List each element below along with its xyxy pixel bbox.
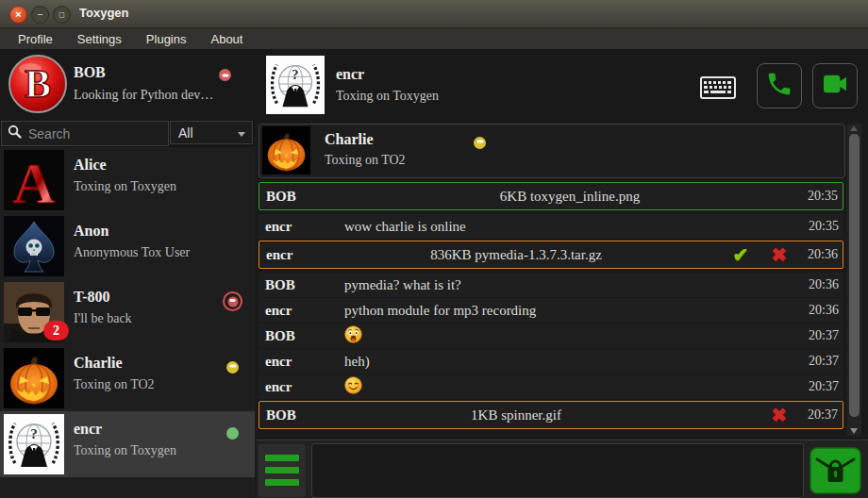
messages-scrollbar[interactable] xyxy=(847,124,861,436)
contact-name: Charlie xyxy=(74,355,123,372)
contact-row-anon[interactable]: Anon Anonymous Tox User xyxy=(0,213,255,279)
chat-menu-button[interactable] xyxy=(259,444,306,497)
peer-name: encr xyxy=(336,66,364,83)
video-call-button[interactable] xyxy=(812,63,858,108)
away-status-icon xyxy=(226,361,239,374)
decline-file-button[interactable]: ✖ xyxy=(771,245,787,264)
chat-friend-avatar xyxy=(262,126,310,174)
contact-status-message: Toxing on Toxygen xyxy=(74,443,176,458)
svg-text:B: B xyxy=(25,62,51,106)
contact-filter-dropdown[interactable]: All xyxy=(170,121,253,144)
contact-row-charlie[interactable]: Charlie Toxing on TO2 xyxy=(0,345,255,411)
message-time: 20:35 xyxy=(795,219,843,234)
emoji-shocked-icon xyxy=(344,325,795,347)
window-title: Toxygen xyxy=(79,6,129,20)
alice-avatar: A xyxy=(4,150,64,210)
contact-row-alice[interactable]: A Alice Toxing on Toxygen xyxy=(0,147,255,213)
file-transfer-label: 1KB spinner.gif xyxy=(345,407,687,423)
video-camera-icon xyxy=(820,69,850,103)
message-time: 20:37 xyxy=(794,407,843,423)
maximize-button[interactable]: ◻ xyxy=(53,6,71,24)
emoji-smile-icon xyxy=(344,376,795,398)
contact-row-t800[interactable]: T-800 I'll be back 2 xyxy=(0,279,255,345)
message-row: encr 20:37 xyxy=(259,374,843,399)
svg-text:A: A xyxy=(13,151,56,210)
filter-value: All xyxy=(178,125,193,141)
message-time: 20:35 xyxy=(794,189,843,204)
charlie-avatar xyxy=(4,348,64,408)
minimize-button[interactable]: − xyxy=(31,6,49,24)
chat-friend-status-message: Toxing on TO2 xyxy=(325,153,406,168)
scrollbar-thumb[interactable] xyxy=(849,134,860,417)
message-text: pymedia? what is it? xyxy=(344,277,795,293)
self-name[interactable]: BOB xyxy=(74,64,106,81)
scroll-down-arrow-icon[interactable] xyxy=(850,428,858,434)
anon-avatar xyxy=(4,216,64,276)
contact-list: A Alice Toxing on Toxygen xyxy=(0,147,255,498)
search-icon xyxy=(8,124,22,142)
chevron-down-icon xyxy=(238,132,245,137)
screen-keyboard-icon[interactable] xyxy=(700,76,736,103)
message-file-transfer: BOB 1KB spinner.gif ✖ 20:37 xyxy=(259,401,843,429)
message-sender: BOB xyxy=(259,277,344,293)
message-text: heh) xyxy=(344,354,795,370)
peer-avatar xyxy=(266,56,325,114)
contact-status-message: I'll be back xyxy=(74,311,132,326)
message-sender: encr xyxy=(259,354,344,370)
menu-about[interactable]: About xyxy=(198,28,255,49)
message-sender: BOB xyxy=(259,189,345,205)
file-transfer-label: 6KB toxygen_inline.png xyxy=(345,189,794,205)
search-box[interactable] xyxy=(1,121,169,146)
message-row: encr python module for mp3 recording 20:… xyxy=(259,298,843,323)
scroll-up-arrow-icon[interactable] xyxy=(850,125,858,131)
chat-input-bar xyxy=(257,440,868,498)
message-row: encr wow charlie is online 20:35 xyxy=(259,214,843,239)
encr-avatar xyxy=(4,414,64,474)
self-status-message[interactable]: Looking for Python dev… xyxy=(74,88,213,103)
self-busy-status-icon[interactable] xyxy=(219,69,231,81)
header-strip: B BOB Looking for Python dev… encr Toxin… xyxy=(0,49,868,120)
contacts-panel: All A Alice Toxing on Toxygen xyxy=(0,120,255,498)
message-row: encr heh) 20:37 xyxy=(259,349,843,374)
message-sender: BOB xyxy=(259,407,345,423)
contact-name: T-800 xyxy=(74,289,110,306)
title-bar: × − ◻ Toxygen xyxy=(0,0,868,28)
menu-plugins[interactable]: Plugins xyxy=(134,28,199,49)
menu-profile[interactable]: Profile xyxy=(6,28,65,49)
search-input[interactable] xyxy=(26,125,153,142)
message-time: 20:36 xyxy=(794,247,843,262)
contact-name: encr xyxy=(74,421,102,438)
message-row: BOB pymedia? what is it? 20:36 xyxy=(259,273,843,297)
message-sender: encr xyxy=(259,247,345,263)
busy-status-icon xyxy=(223,291,242,311)
message-time: 20:37 xyxy=(795,379,843,394)
close-button[interactable]: × xyxy=(9,6,27,24)
away-status-icon xyxy=(474,137,486,149)
message-sender: encr xyxy=(259,379,344,395)
contact-status-message: Toxing on TO2 xyxy=(74,377,155,392)
contact-row-encr[interactable]: encr Toxing on Toxygen xyxy=(0,411,255,477)
message-time: 20:37 xyxy=(795,354,843,369)
peer-status-message: Toxing on Toxygen xyxy=(336,89,439,104)
message-row: BOB 20:37 xyxy=(259,324,843,348)
contact-status-message: Anonymous Tox User xyxy=(74,245,190,260)
message-text: wow charlie is online xyxy=(344,219,795,235)
contact-name: Anon xyxy=(74,223,108,240)
message-text: python module for mp3 recording xyxy=(344,303,795,319)
message-input[interactable] xyxy=(311,443,804,498)
audio-call-button[interactable] xyxy=(757,63,802,108)
chat-friend-header: Charlie Toxing on TO2 xyxy=(259,124,845,178)
chat-friend-name: Charlie xyxy=(325,131,374,148)
accept-file-button[interactable]: ✔ xyxy=(732,245,748,264)
online-status-icon xyxy=(226,427,239,440)
message-time: 20:37 xyxy=(795,328,843,343)
message-sender: BOB xyxy=(259,328,344,344)
cancel-file-button[interactable]: ✖ xyxy=(771,406,787,424)
message-time: 20:36 xyxy=(795,303,843,318)
self-avatar[interactable]: B xyxy=(8,54,68,114)
send-message-button[interactable] xyxy=(810,447,861,494)
unread-count-badge: 2 xyxy=(43,321,69,340)
toxygen-window: ? × − ◻ Toxygen Profile xyxy=(0,0,868,498)
menu-settings[interactable]: Settings xyxy=(65,28,134,49)
message-file-transfer: encr 836KB pymedia-1.3.7.3.tar.gz ✔ ✖ 20… xyxy=(259,241,843,269)
